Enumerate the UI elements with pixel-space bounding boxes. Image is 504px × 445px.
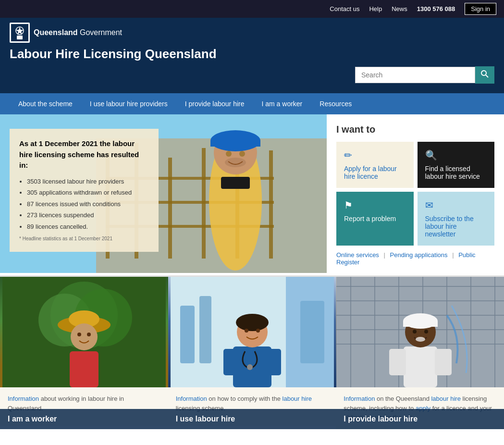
- worker-info-link[interactable]: Information: [8, 395, 39, 402]
- nurse-illustration: [171, 277, 334, 387]
- svg-rect-32: [70, 351, 98, 387]
- hero-text-box: As at 1 December 2021 the labour hire li…: [10, 129, 159, 252]
- nav-resources[interactable]: Resources: [311, 93, 360, 114]
- logo-text: Queensland Government: [34, 28, 122, 37]
- envelope-icon: ✉: [425, 199, 487, 211]
- bottom-cards: I am a worker Information about working …: [0, 275, 504, 429]
- svg-point-31: [71, 323, 98, 350]
- svg-rect-48: [269, 349, 281, 375]
- svg-rect-47: [223, 349, 235, 375]
- svg-rect-20: [210, 141, 260, 147]
- provide-labour-card[interactable]: I provide labour hire Information on the…: [336, 277, 504, 429]
- svg-rect-70: [389, 349, 406, 375]
- link-separator: |: [384, 251, 385, 259]
- top-bar: Contact us Help News 1300 576 088 Sign i…: [0, 0, 504, 18]
- sign-in-button[interactable]: Sign in: [465, 3, 496, 15]
- news-link[interactable]: News: [392, 5, 407, 12]
- hero-footnote: * Headline statistics as at 1 December 2…: [19, 235, 149, 242]
- svg-rect-40: [286, 277, 334, 387]
- stat-item: 89 licences cancelled.: [27, 222, 149, 232]
- action-links: Online services | Pending applications |…: [336, 251, 494, 266]
- svg-rect-37: [180, 306, 195, 363]
- main-content: As at 1 December 2021 the labour hire li…: [0, 114, 504, 275]
- nav-use[interactable]: I use labour hire providers: [81, 93, 176, 114]
- hero-stats-list: 3503 licensed labour hire providers 305 …: [19, 177, 149, 232]
- use-labour-card[interactable]: I use labour hire Information on how to …: [168, 277, 336, 429]
- svg-rect-24: [221, 177, 250, 189]
- stat-item: 3503 licensed labour hire providers: [27, 177, 149, 186]
- svg-point-4: [481, 71, 486, 75]
- find-card-label: Find a licensed labour hire service: [425, 165, 487, 180]
- svg-rect-63: [404, 346, 437, 387]
- flag-icon: ⚑: [344, 199, 406, 211]
- phone-number: 1300 576 088: [417, 5, 455, 12]
- hero-section: As at 1 December 2021 the labour hire li…: [0, 114, 327, 275]
- apply-card-label: Apply for a labour hire licence: [344, 165, 406, 180]
- svg-point-68: [424, 330, 428, 334]
- worker-illustration: [2, 277, 166, 387]
- nav-provide[interactable]: I provide labour hire: [176, 93, 253, 114]
- stat-item: 273 licences suspended: [27, 210, 149, 220]
- provide-labour-card-label: I provide labour hire: [336, 409, 504, 429]
- svg-rect-38: [199, 296, 211, 363]
- find-card[interactable]: 🔍 Find a licensed labour hire service: [418, 142, 495, 188]
- svg-rect-13: [269, 150, 273, 259]
- link-separator: |: [452, 251, 454, 259]
- svg-point-43: [236, 314, 269, 331]
- svg-point-21: [226, 151, 232, 157]
- hero-heading: As at 1 December 2021 the labour hire li…: [19, 138, 149, 171]
- svg-point-69: [416, 337, 425, 342]
- contact-us-link[interactable]: Contact us: [330, 5, 359, 12]
- svg-line-5: [486, 75, 488, 77]
- search-icon: 🔍: [425, 149, 487, 161]
- main-nav: About the scheme I use labour hire provi…: [0, 93, 504, 114]
- svg-rect-71: [435, 349, 452, 375]
- nav-about[interactable]: About the scheme: [10, 93, 81, 114]
- worker-card[interactable]: I am a worker Information about working …: [0, 277, 168, 429]
- pending-applications-link[interactable]: Pending applications: [390, 251, 448, 259]
- search-input[interactable]: [355, 67, 475, 83]
- nav-worker[interactable]: I am a worker: [253, 93, 311, 114]
- apply-card[interactable]: ✏ Apply for a labour hire licence: [336, 142, 414, 188]
- svg-point-33: [77, 333, 81, 336]
- search-container: [355, 66, 494, 84]
- action-grid: ✏ Apply for a labour hire licence 🔍 Find…: [336, 142, 494, 246]
- svg-rect-66: [403, 321, 438, 327]
- worker-card-label: I am a worker: [0, 409, 168, 429]
- right-panel: I want to ✏ Apply for a labour hire lice…: [327, 114, 504, 275]
- subscribe-card-label: Subscribe to the labour hire newsletter: [425, 215, 487, 238]
- svg-point-34: [87, 333, 91, 336]
- help-link[interactable]: Help: [369, 5, 382, 12]
- factory-worker-illustration: [336, 277, 504, 387]
- use-labour-hire-link[interactable]: labour hire: [283, 395, 312, 402]
- svg-rect-3: [17, 36, 23, 39]
- i-want-to-title: I want to: [336, 124, 494, 135]
- use-info-link[interactable]: Information: [176, 395, 207, 402]
- subscribe-card[interactable]: ✉ Subscribe to the labour hire newslette…: [418, 192, 495, 246]
- svg-rect-10: [168, 158, 172, 259]
- provide-info-link[interactable]: Information: [344, 395, 375, 402]
- site-header: Queensland Government Labour Hire Licens…: [0, 18, 504, 93]
- search-icon: [481, 70, 489, 78]
- pencil-icon: ✏: [344, 149, 406, 161]
- worker-card-image: [0, 277, 168, 387]
- provide-labour-hire-link[interactable]: labour hire: [431, 395, 460, 402]
- svg-point-45: [256, 329, 260, 333]
- svg-point-46: [247, 364, 253, 370]
- search-button[interactable]: [475, 66, 494, 84]
- svg-point-44: [245, 329, 248, 333]
- use-labour-card-label: I use labour hire: [168, 409, 336, 429]
- provide-labour-card-image: [336, 277, 504, 387]
- svg-point-22: [239, 151, 245, 157]
- hero-image: As at 1 December 2021 the labour hire li…: [0, 114, 327, 273]
- use-labour-card-image: [168, 277, 336, 387]
- qld-logo: Queensland Government: [10, 23, 122, 43]
- stat-item: 87 licences issued with conditions: [27, 199, 149, 209]
- svg-point-67: [413, 330, 417, 334]
- svg-point-23: [225, 158, 246, 167]
- report-card-label: Report a problem: [344, 215, 406, 222]
- online-services-link[interactable]: Online services: [336, 251, 379, 259]
- report-card[interactable]: ⚑ Report a problem: [336, 192, 414, 246]
- crest-icon: [10, 23, 30, 43]
- site-title: Labour Hire Licensing Queensland: [10, 47, 494, 62]
